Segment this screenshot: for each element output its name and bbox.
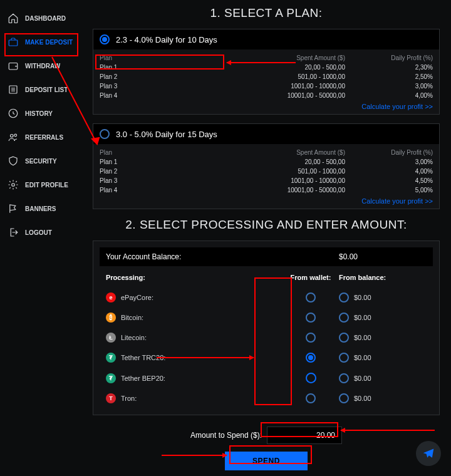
plan-a-title: 2.3 - 4.0% Daily for 10 Days — [116, 35, 217, 44]
calculate-profit-link[interactable]: Calculate your profit >> — [93, 196, 439, 209]
step-2-title: 2. SELECT PROCESSING AND ENTER AMOUNT: — [93, 218, 440, 232]
spend-button[interactable]: SPEND — [225, 452, 308, 470]
head-wallet: From wallet: — [283, 274, 339, 281]
balance-label: Your Account Balance: — [106, 252, 339, 261]
tether-icon: ₮ — [106, 373, 116, 383]
sidebar-item-label: REFERRALS — [25, 134, 63, 141]
processing-name: ePayCore: — [121, 294, 153, 301]
telegram-button[interactable] — [416, 441, 441, 466]
users-icon — [8, 132, 19, 143]
balance-radio[interactable] — [339, 353, 349, 363]
processing-row: ₿Bitcoin: $0.00 — [100, 308, 433, 328]
sidebar-item-withdraw[interactable]: WITHDRAW — [0, 54, 81, 78]
cell: Plan 4 — [100, 92, 162, 99]
sidebar-item-deposit-list[interactable]: DEPOSIT LIST — [0, 78, 81, 101]
balance-row: Your Account Balance: $0.00 — [100, 247, 433, 266]
sidebar-item-label: BANNERS — [25, 205, 56, 212]
balance-radio[interactable] — [339, 313, 349, 323]
cell: 10001,00 - 50000,00 — [162, 187, 345, 194]
logout-icon — [8, 227, 19, 238]
processing-row: ŁLitecoin: $0.00 — [100, 328, 433, 348]
tether-icon: ₮ — [106, 353, 116, 363]
processing-name: Tether BEP20: — [121, 375, 165, 382]
sidebar-item-label: HISTORY — [25, 110, 53, 117]
processing-row: ₮Tether BEP20: $0.00 — [100, 368, 433, 388]
cell: 2,50% — [345, 73, 433, 80]
cell: 5,00% — [345, 187, 433, 194]
epaycore-icon: e — [106, 292, 116, 303]
cell: 1001,00 - 10000,00 — [162, 83, 345, 90]
balance-radio[interactable] — [339, 393, 349, 403]
cell: Plan 3 — [100, 83, 162, 90]
wallet-radio[interactable] — [306, 333, 316, 343]
radio-icon — [100, 129, 110, 139]
sidebar-item-dashboard[interactable]: DASHBOARD — [0, 6, 81, 30]
sidebar-item-history[interactable]: HISTORY — [0, 101, 81, 125]
balance-amount: $0.00 — [354, 314, 371, 321]
cell: Plan 3 — [100, 177, 162, 184]
sidebar-item-banners[interactable]: BANNERS — [0, 197, 81, 220]
balance-radio[interactable] — [339, 292, 349, 303]
clock-icon — [8, 108, 19, 119]
wallet-radio[interactable] — [306, 353, 316, 363]
head-processing: Processing: — [106, 274, 283, 281]
briefcase-icon — [8, 36, 19, 48]
cell: 20,00 - 500,00 — [162, 158, 345, 165]
wallet-icon — [8, 60, 19, 71]
plan-card-a: 2.3 - 4.0% Daily for 10 Days Plan Spent … — [93, 29, 440, 115]
wallet-radio[interactable] — [306, 292, 316, 303]
balance-amount: $0.00 — [354, 395, 371, 402]
cell: Plan 4 — [100, 187, 162, 194]
calculate-profit-link[interactable]: Calculate your profit >> — [93, 101, 439, 114]
cell: 4,00% — [345, 168, 433, 175]
processing-name: Tron: — [121, 395, 137, 402]
col-daily: Daily Profit (%) — [345, 54, 433, 61]
balance-radio[interactable] — [339, 373, 349, 383]
plan-b-table: Plan Spent Amount ($) Daily Profit (%) P… — [93, 144, 439, 196]
processing-name: Bitcoin: — [121, 314, 143, 321]
cell: 2,30% — [345, 64, 433, 71]
cell: 10001,00 - 50000,00 — [162, 92, 345, 99]
list-icon — [8, 84, 19, 95]
cell: Plan 1 — [100, 64, 162, 71]
gear-icon — [8, 179, 19, 190]
sidebar-item-label: SECURITY — [25, 158, 57, 165]
wallet-radio[interactable] — [306, 373, 316, 383]
balance-amount: $0.00 — [354, 375, 371, 382]
cell: 501,00 - 1000,00 — [162, 168, 345, 175]
amount-input[interactable] — [267, 427, 342, 444]
sidebar-item-label: MAKE DEPOSIT — [25, 39, 73, 46]
sidebar-item-logout[interactable]: LOGOUT — [0, 220, 81, 244]
sidebar: DASHBOARD MAKE DEPOSIT WITHDRAW DEPOSIT … — [0, 0, 81, 476]
cell: Plan 1 — [100, 158, 162, 165]
plan-a-header[interactable]: 2.3 - 4.0% Daily for 10 Days — [93, 29, 439, 49]
cell: 3,00% — [345, 158, 433, 165]
step-1-title: 1. SELECT A PLAN: — [93, 6, 440, 20]
processing-head: Processing: From wallet: From balance: — [100, 270, 433, 287]
shield-icon — [8, 155, 19, 167]
processing-row: TTron: $0.00 — [100, 388, 433, 408]
processing-row: ₮Tether TRC20: $0.00 — [100, 348, 433, 368]
cell: 3,00% — [345, 83, 433, 90]
main: 1. SELECT A PLAN: 2.3 - 4.0% Daily for 1… — [81, 0, 451, 476]
plan-b-title: 3.0 - 5.0% Daily for 15 Days — [116, 130, 217, 139]
sidebar-item-edit-profile[interactable]: EDIT PROFILE — [0, 173, 81, 197]
processing-name: Tether TRC20: — [121, 354, 165, 361]
sidebar-item-referrals[interactable]: REFERRALS — [0, 125, 81, 149]
amount-row: Amount to Spend ($): — [93, 427, 440, 444]
cell: 4,00% — [345, 92, 433, 99]
col-plan: Plan — [100, 149, 162, 156]
sidebar-item-make-deposit[interactable]: MAKE DEPOSIT — [0, 30, 81, 54]
head-balance: From balance: — [339, 274, 427, 281]
balance-radio[interactable] — [339, 333, 349, 343]
bitcoin-icon: ₿ — [106, 313, 116, 323]
col-daily: Daily Profit (%) — [345, 149, 433, 156]
col-spent: Spent Amount ($) — [162, 54, 345, 61]
wallet-radio[interactable] — [306, 313, 316, 323]
cell: 501,00 - 1000,00 — [162, 73, 345, 80]
telegram-icon — [422, 447, 435, 460]
wallet-radio[interactable] — [306, 393, 316, 403]
processing-name: Litecoin: — [121, 334, 147, 341]
sidebar-item-security[interactable]: SECURITY — [0, 149, 81, 173]
plan-b-header[interactable]: 3.0 - 5.0% Daily for 15 Days — [93, 124, 439, 144]
